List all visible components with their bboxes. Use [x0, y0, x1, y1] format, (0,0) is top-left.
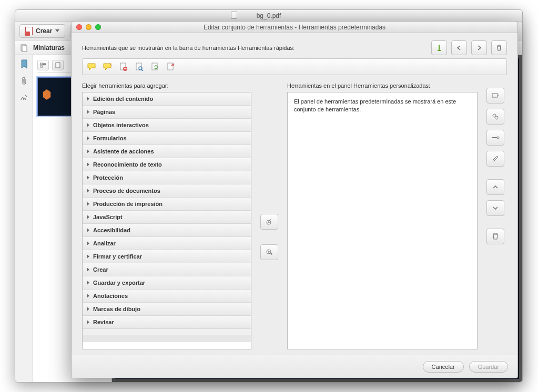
svg-rect-23	[492, 137, 497, 138]
category-row[interactable]: Protección	[83, 171, 251, 184]
category-label: Protección	[93, 174, 123, 181]
thumbnails-label: Miniaturas	[33, 44, 65, 51]
category-row[interactable]: Proceso de documentos	[83, 184, 251, 198]
category-row[interactable]: Crear	[83, 263, 251, 276]
dialog-title: Editar conjunto de herramientas - Herram…	[72, 24, 517, 31]
pages-icon	[19, 43, 29, 53]
category-label: Edición del contenido	[93, 96, 153, 102]
category-row[interactable]: Objetos interactivos	[83, 119, 251, 132]
category-label: Objetos interactivos	[93, 122, 149, 128]
disclosure-triangle-icon	[87, 123, 89, 127]
dialog-titlebar[interactable]: Editar conjunto de herramientas - Herram…	[72, 22, 517, 33]
category-label: Revisar	[93, 319, 114, 325]
disclosure-triangle-icon	[87, 281, 89, 285]
disclosure-triangle-icon	[87, 254, 89, 259]
category-label: JavaScript	[93, 214, 123, 220]
svg-point-22	[495, 116, 498, 119]
svg-rect-20	[492, 94, 498, 97]
cancel-button[interactable]: Cancelar	[423, 361, 464, 373]
svg-rect-3	[43, 63, 46, 64]
category-row[interactable]: Edición del contenido	[83, 92, 251, 106]
category-label: Producción de impresión	[93, 201, 163, 207]
category-row[interactable]: Anotaciones	[83, 290, 251, 303]
dialog-footer: Cancelar Guardar	[72, 355, 517, 378]
group-button[interactable]	[486, 88, 504, 104]
category-label: Formularios	[93, 135, 127, 141]
svg-rect-17	[168, 63, 173, 70]
category-row[interactable]: Formularios	[83, 132, 251, 145]
signatures-icon[interactable]	[18, 92, 30, 104]
custom-panel-label: Herramientas en el panel Herramientas pe…	[287, 82, 478, 89]
minimize-window-button[interactable]	[86, 24, 92, 30]
category-row[interactable]: Marcas de dibujo	[83, 303, 251, 316]
custom-panel-placeholder: El panel de herramientas predeterminadas…	[294, 98, 456, 112]
navigation-rail	[15, 55, 33, 382]
thumb-options-button[interactable]	[37, 60, 49, 70]
bookmark-icon[interactable]	[18, 58, 30, 70]
category-row[interactable]: Páginas	[83, 106, 251, 119]
thumb-new-button[interactable]	[52, 60, 64, 70]
disclosure-triangle-icon	[87, 202, 89, 206]
category-row[interactable]: Producción de impresión	[83, 198, 251, 211]
disclosure-triangle-icon	[87, 189, 89, 193]
move-down-button[interactable]	[486, 200, 504, 216]
close-window-button[interactable]	[76, 24, 82, 30]
categories-listbox[interactable]: Edición del contenidoPáginasObjetos inte…	[82, 92, 251, 349]
svg-rect-5	[40, 66, 43, 67]
category-row[interactable]: JavaScript	[83, 211, 251, 224]
custom-tools-box[interactable]: El panel de herramientas predeterminadas…	[287, 92, 478, 349]
disclosure-triangle-icon	[87, 228, 89, 232]
disclosure-triangle-icon	[87, 267, 89, 272]
svg-rect-10	[438, 50, 441, 51]
disclosure-triangle-icon	[87, 307, 89, 311]
delete-page-icon[interactable]	[118, 61, 129, 72]
disclosure-triangle-icon	[87, 110, 89, 114]
category-label: Proceso de documentos	[93, 188, 160, 194]
disclosure-triangle-icon	[87, 136, 89, 140]
document-icon	[231, 12, 237, 19]
create-button[interactable]: Crear	[19, 24, 65, 38]
add-divider-button[interactable]	[431, 40, 447, 55]
link-button[interactable]	[486, 109, 504, 125]
quick-tools-bar	[82, 58, 507, 75]
svg-rect-7	[43, 67, 46, 67]
export-page-icon[interactable]	[166, 61, 176, 72]
add-separator-button[interactable]	[486, 130, 504, 146]
category-label: Firmar y certificar	[93, 253, 142, 260]
move-right-button[interactable]	[471, 40, 487, 55]
svg-rect-2	[40, 63, 43, 65]
category-row[interactable]: Asistente de acciones	[83, 145, 251, 158]
pdf-icon	[25, 27, 33, 35]
remove-button[interactable]	[486, 229, 504, 244]
category-row[interactable]: Firmar y certificar	[83, 250, 251, 263]
delete-tool-button[interactable]	[491, 40, 507, 55]
add-to-panel-button[interactable]	[260, 244, 278, 260]
category-row[interactable]: Accesibilidad	[83, 224, 251, 237]
sticky-note-icon[interactable]	[87, 61, 97, 72]
add-to-quick-button[interactable]	[260, 214, 278, 230]
move-left-button[interactable]	[451, 40, 467, 55]
search-page-icon[interactable]	[134, 61, 145, 72]
attachment-icon[interactable]	[18, 75, 30, 87]
category-label: Guardar y exportar	[93, 280, 145, 286]
svg-rect-4	[43, 64, 46, 65]
disclosure-triangle-icon	[87, 176, 89, 180]
disclosure-triangle-icon	[87, 97, 89, 101]
svg-rect-6	[43, 66, 46, 66]
category-label: Accesibilidad	[93, 227, 130, 233]
category-row[interactable]: Revisar	[83, 316, 251, 329]
category-row[interactable]: Reconocimiento de texto	[83, 158, 251, 171]
category-label: Páginas	[93, 109, 115, 115]
document-title: bg_0.pdf	[257, 12, 281, 19]
edit-button[interactable]	[486, 151, 504, 167]
zoom-window-button[interactable]	[95, 24, 101, 30]
category-row[interactable]: Analizar	[83, 237, 251, 250]
refresh-page-icon[interactable]	[150, 61, 160, 72]
category-label: Anotaciones	[93, 293, 128, 299]
category-row[interactable]: Guardar y exportar	[83, 276, 251, 290]
move-up-button[interactable]	[486, 179, 504, 195]
save-button[interactable]: Guardar	[469, 361, 508, 373]
chevron-down-icon	[55, 29, 59, 32]
svg-rect-8	[56, 63, 60, 68]
highlight-text-icon[interactable]	[103, 61, 113, 72]
